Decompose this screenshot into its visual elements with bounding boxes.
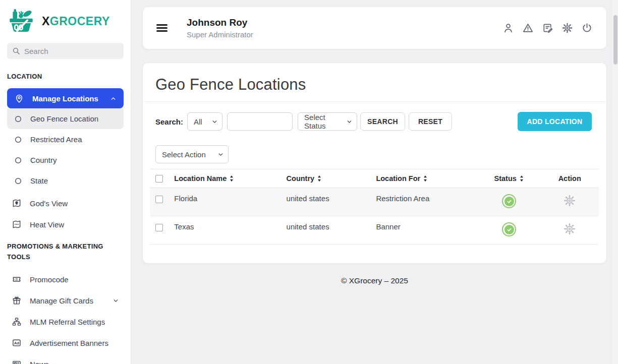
sort-icon [229,175,234,182]
radio-circle-icon [14,115,22,123]
user-role: Super Administrator [187,30,253,40]
sitemap-icon [12,317,22,327]
user-icon[interactable] [502,22,514,34]
sidebar-item-promocode[interactable]: Promocode [7,269,124,290]
sidebar-item-manage-gift-cards[interactable]: Manage Gift Cards [7,290,124,311]
brand-name: XGROCERY [42,15,110,28]
status-active-icon[interactable] [502,194,516,208]
grocery-basket-logo-icon [7,7,35,35]
chevron-down-icon [346,118,353,125]
user-name: Johnson Roy [187,17,253,29]
sort-icon [317,175,322,182]
row-checkbox[interactable] [155,224,163,231]
sidebar-item-manage-locations[interactable]: Manage Locations [7,88,124,108]
sort-icon [423,175,428,182]
cell-country: united states [282,216,371,245]
filter-column-value: All [194,117,202,126]
chevron-up-icon [110,95,117,102]
cell-location-for: Restriction Area [371,188,478,216]
radio-circle-icon [14,156,22,164]
warning-icon[interactable] [522,22,534,34]
row-checkbox[interactable] [155,196,163,203]
row-action-gear-icon[interactable] [563,194,576,207]
sidebar-search[interactable] [7,43,124,59]
section-label-location: LOCATION [7,71,124,82]
locations-table: Location Name Country Location For Statu… [150,169,599,245]
column-header-location-for[interactable]: Location For [371,169,478,188]
user-info[interactable]: Johnson Roy Super Administrator [187,17,253,40]
sidebar-item-state[interactable]: State [7,170,124,191]
sort-icon [519,175,524,182]
chevron-down-icon [217,151,224,158]
search-text-input[interactable] [227,112,293,131]
menu-icon[interactable] [156,23,168,33]
settings-icon[interactable] [561,22,573,34]
table-row: Texas united states Banner [150,216,599,245]
radio-circle-icon [14,136,22,144]
status-active-icon[interactable] [502,222,516,236]
divider [143,101,606,102]
power-icon[interactable] [581,22,593,34]
cell-location-for: Banner [371,216,478,245]
ad-banner-icon [12,338,22,348]
column-header-action: Action [540,169,599,188]
ticket-icon [12,274,22,284]
sidebar-item-geo-fence-location[interactable]: Geo Fence Location [7,108,124,129]
select-all-checkbox[interactable] [155,175,163,183]
table-header-row: Location Name Country Location For Statu… [150,169,599,188]
reset-button[interactable]: RESET [409,112,452,131]
sidebar-search-input[interactable] [24,47,119,55]
status-filter-select[interactable]: Select Status [298,112,357,131]
news-icon [12,359,22,364]
row-action-gear-icon[interactable] [563,222,576,235]
search-label: Search: [155,117,183,126]
sidebar-item-restricted-area[interactable]: Restricted Area [7,129,124,150]
table-row: Florida united states Restriction Area [150,188,599,216]
status-filter-value: Select Status [304,113,344,130]
cell-location-name: Florida [169,188,281,216]
footer-copyright: © XGrocery – 2025 [143,276,606,285]
search-button[interactable]: SEARCH [360,112,405,131]
sidebar-item-mlm-referral-settings[interactable]: MLM Referral Settings [7,311,124,332]
sidebar: XGROCERY LOCATION Manage Locations Geo F… [0,0,131,364]
sidebar-item-country[interactable]: Country [7,150,124,170]
bulk-action-select[interactable]: Select Action [155,145,229,163]
action-row: Select Action [155,145,594,163]
chevron-down-icon [113,297,119,304]
page-title: Geo Fence Locations [155,76,594,94]
scrollbar-thumb[interactable] [613,15,617,65]
search-icon [12,47,20,55]
gift-icon [12,295,22,306]
filter-column-select[interactable]: All [187,112,222,131]
sidebar-item-advertisement-banners[interactable]: Advertisement Banners [7,332,124,353]
brand-logo[interactable]: XGROCERY [7,7,124,35]
radio-circle-icon [14,177,22,185]
location-pin-icon [14,93,24,103]
cell-location-name: Texas [169,216,281,245]
map-pin-map-icon [12,198,22,208]
cell-country: united states [282,188,371,216]
sidebar-item-heat-view[interactable]: Heat View [7,214,124,235]
bulk-action-value: Select Action [162,150,206,159]
column-header-location-name[interactable]: Location Name [169,169,281,188]
scrollbar-track[interactable] [613,0,618,364]
edit-note-icon[interactable] [542,22,553,34]
top-header: Johnson Roy Super Administrator [143,7,606,49]
chevron-down-icon [211,118,218,125]
add-location-button[interactable]: ADD LOCATION [518,112,592,131]
column-header-country[interactable]: Country [282,169,371,188]
sidebar-item-news[interactable]: News [7,353,124,364]
section-label-promotions: PROMOTIONS & MARKETING TOOLS [7,241,108,262]
content-card: Geo Fence Locations Search: All Select S… [143,63,606,263]
filter-row: Search: All Select Status SEARCH RESET A… [155,112,594,131]
sidebar-item-gods-view[interactable]: God's View [7,193,124,214]
heat-map-icon [12,219,22,229]
column-header-status[interactable]: Status [478,169,540,188]
